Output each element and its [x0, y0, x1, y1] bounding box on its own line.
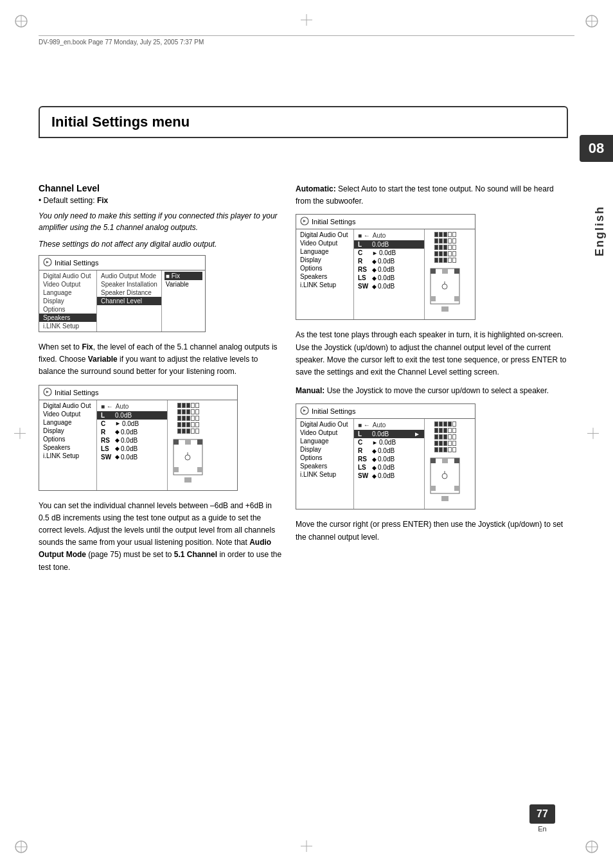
sub-channel-level: Channel Level	[97, 297, 161, 305]
menu-item-dao-2: Digital Audio Out	[39, 402, 96, 410]
svg-rect-24	[197, 439, 202, 445]
menu-display: Display	[39, 297, 96, 305]
menu-item-lang-2: Language	[39, 418, 96, 427]
channel-C-2: C ► 0.0dB	[97, 420, 167, 428]
sbody-top-row-2: ■ ← Auto	[97, 402, 167, 411]
settings-menu-col-1: Digital Audio Out Video Output Language …	[39, 270, 97, 332]
menu-item-disp-2: Display	[39, 427, 96, 435]
sbody-left-2: Digital Audio Out Video Output Language …	[39, 400, 97, 490]
channel-R-2: R ◆ 0.0dB	[97, 428, 167, 436]
svg-rect-28	[184, 477, 191, 483]
svg-rect-37	[454, 296, 459, 301]
left-column: Channel Level • Default setting: Fix You…	[39, 183, 283, 580]
body-text-2: You can set the individual channel level…	[39, 500, 283, 574]
menu-options: Options	[39, 305, 96, 314]
svg-rect-34	[454, 269, 459, 274]
menu-item-spk-2: Speakers	[39, 443, 96, 452]
channel-L-4: L 0.0dB ►	[354, 430, 424, 438]
svg-rect-33	[431, 269, 436, 274]
slider-RS	[177, 422, 199, 427]
italic-text-2: These settings do not affect any digital…	[39, 238, 283, 250]
slider-L	[177, 403, 199, 408]
mid-cross-bottom	[301, 840, 312, 854]
settings-box-4: Initial Settings Digital Audio Out Video…	[296, 403, 475, 509]
channel-SW-4: SW ◆ 0.0dB	[354, 472, 424, 480]
page-title: Initial Settings menu	[51, 114, 190, 130]
sbody-center-2: ■ ← Auto L 0.0dB C ► 0.0dB R ◆	[97, 400, 168, 490]
svg-rect-47	[454, 486, 459, 491]
auto-body: As the test tone plays through each spea…	[296, 329, 568, 378]
sub-speaker-distance: Speaker Distance	[97, 288, 161, 297]
sub-speaker-installation: Speaker Installation	[97, 280, 161, 288]
speaker-diagram-3	[427, 265, 463, 317]
settings-box-4-body: Digital Audio Out Video Output Language …	[296, 419, 475, 509]
svg-rect-23	[173, 439, 179, 445]
svg-rect-38	[441, 306, 449, 312]
svg-rect-43	[431, 458, 436, 463]
svg-point-29	[185, 455, 190, 460]
settings-icon-2	[43, 387, 52, 398]
channel-RS-2: RS ◆ 0.0dB	[97, 436, 167, 445]
channel-LS-4: LS ◆ 0.0dB	[354, 463, 424, 472]
settings-icon-1	[43, 258, 52, 268]
svg-point-49	[442, 474, 447, 479]
menu-language: Language	[39, 288, 96, 297]
settings-box-3-title: Initial Settings	[296, 215, 475, 229]
channel-SW-3: SW ◆ 0.0dB	[354, 282, 424, 290]
settings-box-1-title: Initial Settings	[39, 256, 205, 270]
menu-item-opt-2: Options	[39, 435, 96, 443]
reg-mark-tr	[585, 14, 599, 28]
svg-rect-27	[197, 467, 202, 472]
chapter-tab: 08	[580, 135, 613, 162]
speaker-diagram-4	[427, 455, 463, 506]
reg-mark-tl	[14, 14, 28, 28]
svg-rect-48	[441, 496, 449, 501]
svg-point-39	[442, 284, 447, 289]
slider-R	[177, 416, 199, 421]
channel-R-3: R ◆ 0.0dB	[354, 257, 424, 265]
settings-submenu-col-1: Audio Output Mode Speaker Installation S…	[97, 270, 162, 332]
settings-icon-4	[300, 406, 309, 416]
channel-RS-4: RS ◆ 0.0dB	[354, 455, 424, 463]
channel-RS-3: RS ◆ 0.0dB	[354, 265, 424, 274]
settings-box-2-title: Initial Settings	[39, 385, 237, 400]
speaker-diagram-2	[170, 436, 206, 488]
svg-rect-35	[442, 269, 448, 274]
slider-bars-2	[177, 403, 199, 434]
settings-box-2-body: Digital Audio Out Video Output Language …	[39, 400, 237, 490]
svg-rect-25	[185, 439, 191, 445]
slider-C	[177, 409, 199, 414]
svg-rect-26	[173, 467, 179, 472]
manual-body: Move the cursor right (or press ENTER) t…	[296, 518, 568, 543]
reg-mark-bl	[14, 840, 28, 854]
settings-box-1-body: Digital Audio Out Video Output Language …	[39, 270, 205, 332]
settings-box-4-title: Initial Settings	[296, 404, 475, 419]
page-en: En	[538, 825, 546, 833]
mid-cross-left	[14, 427, 26, 441]
settings-box-1: Initial Settings Digital Audio Out Video…	[39, 255, 206, 332]
menu-video-output: Video Output	[39, 280, 96, 288]
sbody-left-3: Digital Audio Out Video Output Language …	[296, 229, 354, 319]
channel-R-4: R ◆ 0.0dB	[354, 447, 424, 455]
default-setting: • Default setting: Fix	[39, 196, 283, 205]
section-heading: Channel Level	[39, 183, 283, 193]
channel-LS-2: LS ◆ 0.0dB	[97, 445, 167, 453]
settings-box-2: Initial Settings Digital Audio Out Video…	[39, 385, 238, 491]
body-text-1: When set to Fix, the level of each of th…	[39, 341, 283, 378]
italic-text-1: You only need to make this setting if yo…	[39, 210, 283, 233]
channel-L-3: L 0.0dB	[354, 240, 424, 249]
page-title-area: Initial Settings menu	[39, 106, 568, 138]
auto-intro: Automatic: Select Auto to start the test…	[296, 183, 568, 208]
menu-ilink: i.LINK Setup	[39, 322, 96, 330]
sub-audio-output-mode: Audio Output Mode	[97, 272, 161, 280]
file-info: DV-989_en.book Page 77 Monday, July 25, …	[39, 35, 574, 46]
settings-box-3: Initial Settings Digital Audio Out Video…	[296, 214, 475, 320]
content-area: Channel Level • Default setting: Fix You…	[39, 183, 568, 580]
menu-speakers: Speakers	[39, 314, 96, 322]
menu-item-ilink-2: i.LINK Setup	[39, 452, 96, 460]
sbody-center-4: ■ ← Auto L 0.0dB ► C ► 0.0dB R	[354, 419, 425, 509]
channel-L-2: L 0.0dB	[97, 411, 167, 420]
reg-mark-br	[585, 840, 599, 854]
slider-LS	[177, 429, 199, 434]
menu-digital-audio-out: Digital Audio Out	[39, 272, 96, 280]
